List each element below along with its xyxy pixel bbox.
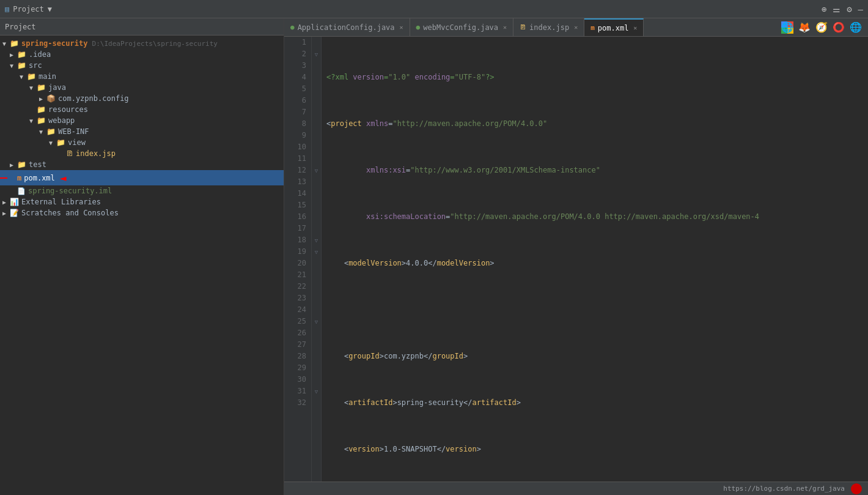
tree-item-webinf[interactable]: ▼ 📁 WEB-INF xyxy=(0,126,284,137)
arrow-webinf: ▼ xyxy=(39,128,46,135)
scratch-icon: 📝 xyxy=(10,209,19,217)
tree-item-resources[interactable]: 📁 resources xyxy=(0,104,284,115)
label-idea: .idea xyxy=(29,50,51,59)
editor-content[interactable]: 1 2 3 4 5 6 7 8 9 10 11 12 13 14 15 16 1… xyxy=(284,37,868,482)
tab-pomxml[interactable]: m pom.xml ✕ xyxy=(584,18,644,36)
arrow-scratches: ▶ xyxy=(2,210,10,217)
code-lines[interactable]: <?xml version="1.0" encoding="UTF-8"?> <… xyxy=(322,37,868,482)
sidebar: Project ▼ 📁 spring-security D:\IdeaProje… xyxy=(0,18,284,495)
tab-close-pomxml[interactable]: ✕ xyxy=(633,24,637,31)
title-dropdown-icon[interactable]: ▼ xyxy=(48,5,52,13)
gutter-29 xyxy=(312,362,321,374)
ln-26: 26 xyxy=(289,327,306,339)
tree-item-webapp[interactable]: ▼ 📁 webapp xyxy=(0,115,284,126)
tree-item-pomxml[interactable]: m pom.xml ◄ xyxy=(0,170,284,185)
ln-19: 19 xyxy=(289,246,306,258)
tab-close-appconfig[interactable]: ✕ xyxy=(400,24,403,31)
gutter-27 xyxy=(312,339,321,351)
tab-close-webmvc[interactable]: ✕ xyxy=(503,24,507,31)
browse-icon[interactable]: ⊕ xyxy=(822,4,826,14)
arrow-config: ▶ xyxy=(39,95,46,102)
ln-8: 8 xyxy=(289,118,306,130)
sidebar-title: Project xyxy=(5,23,36,31)
tree-item-test[interactable]: ▶ 📁 test xyxy=(0,159,284,170)
structure-icon[interactable]: ⚌ xyxy=(833,4,840,14)
firefox-icon[interactable]: 🦊 xyxy=(798,21,811,33)
minimize-icon[interactable]: — xyxy=(858,4,863,14)
arrow-idea: ▶ xyxy=(10,51,17,58)
ln-31: 31 xyxy=(289,385,306,397)
sidebar-tree[interactable]: ▼ 📁 spring-security D:\IdeaProjects\spri… xyxy=(0,35,284,495)
project-icon: ▤ xyxy=(5,5,9,13)
gutter-16 xyxy=(312,211,321,223)
tab-applicationconfig[interactable]: ● ApplicationConfig.java ✕ xyxy=(284,18,410,36)
gutter-26 xyxy=(312,327,321,339)
gutter-12: ▽ xyxy=(312,165,321,176)
gutter-32 xyxy=(312,397,321,409)
tree-item-root[interactable]: ▼ 📁 spring-security D:\IdeaProjects\spri… xyxy=(0,38,284,49)
tree-item-iml[interactable]: 📄 spring-security.iml xyxy=(0,185,284,196)
tree-item-main[interactable]: ▼ 📁 main xyxy=(0,71,284,82)
tree-item-view[interactable]: ▼ 📁 view xyxy=(0,137,284,148)
gutter-18: ▽ xyxy=(312,234,321,246)
label-extlibs: External Libraries xyxy=(21,198,101,206)
title-project-label: Project xyxy=(13,5,44,13)
ln-27: 27 xyxy=(289,339,306,351)
folder-icon-view: 📁 xyxy=(56,138,65,147)
tree-item-idea[interactable]: ▶ 📁 .idea xyxy=(0,49,284,60)
safari-icon[interactable]: 🧭 xyxy=(815,21,828,33)
tree-item-indexjsp[interactable]: 🖹 index.jsp xyxy=(0,148,284,159)
settings-icon[interactable]: ⚙ xyxy=(847,4,851,14)
tree-item-extlibs[interactable]: ▶ 📊 External Libraries xyxy=(0,196,284,207)
ln-14: 14 xyxy=(289,188,306,199)
tree-item-config[interactable]: ▶ 📦 com.yzpnb.config xyxy=(0,93,284,104)
editor-area: ● ApplicationConfig.java ✕ ● webMvcConfi… xyxy=(284,18,868,495)
opera-icon[interactable]: ⭕ xyxy=(833,21,845,33)
gutter-11 xyxy=(312,153,321,165)
ln-16: 16 xyxy=(289,211,306,223)
tab-label-webmvc: webMvcConfig.java xyxy=(423,23,498,32)
code-line-7: <groupId>com.yzpnb</groupId> xyxy=(326,351,868,362)
gutter-30 xyxy=(312,374,321,385)
ln-9: 9 xyxy=(289,130,306,141)
ln-13: 13 xyxy=(289,176,306,188)
tree-item-scratches[interactable]: ▶ 📝 Scratches and Consoles xyxy=(0,207,284,218)
arrow-java: ▼ xyxy=(29,84,37,91)
gutter-5 xyxy=(312,83,321,95)
gutter-24 xyxy=(312,304,321,316)
gutter-25: ▽ xyxy=(312,316,321,327)
ln-28: 28 xyxy=(289,351,306,362)
tabs-bar: ● ApplicationConfig.java ✕ ● webMvcConfi… xyxy=(284,18,868,37)
code-line-1: <?xml version="1.0" encoding="UTF-8"?> xyxy=(326,72,868,83)
tab-webmvcconfig[interactable]: ● webMvcConfig.java ✕ xyxy=(410,18,513,36)
m-icon-pom: m xyxy=(17,174,21,182)
code-line-9: <version>1.0-SNAPSHOT</version> xyxy=(326,444,868,455)
status-url: https://blog.csdn.net/grd_java xyxy=(723,485,845,493)
gutter-2: ▽ xyxy=(312,48,321,60)
label-main: main xyxy=(39,72,56,81)
gutter-10 xyxy=(312,141,321,153)
gutter-4 xyxy=(312,72,321,83)
tab-icon-indexjsp: 🖹 xyxy=(520,23,526,31)
chrome-icon[interactable]: 🌐 xyxy=(781,21,793,34)
jsp-icon-index: 🖹 xyxy=(66,149,73,158)
ln-17: 17 xyxy=(289,223,306,234)
edge-icon[interactable]: 🌐 xyxy=(850,21,862,33)
ln-18: 18 xyxy=(289,234,306,246)
iml-icon: 📄 xyxy=(17,187,26,195)
folder-icon-main: 📁 xyxy=(27,72,36,81)
arrow-view: ▼ xyxy=(49,140,56,146)
tab-indexjsp[interactable]: 🖹 index.jsp ✕ xyxy=(513,18,584,36)
label-resources: resources xyxy=(48,105,88,114)
status-bar: https://blog.csdn.net/grd_java xyxy=(284,482,868,495)
tree-item-java[interactable]: ▼ 📁 java xyxy=(0,82,284,93)
title-bar: ▤ Project ▼ ⊕ ⚌ ⚙ — xyxy=(0,0,868,18)
tree-item-src[interactable]: ▼ 📁 src xyxy=(0,60,284,71)
arrow-test: ▶ xyxy=(10,162,17,168)
gutter-9 xyxy=(312,130,321,141)
tab-close-indexjsp[interactable]: ✕ xyxy=(574,24,578,31)
gutter-8 xyxy=(312,118,321,130)
ln-20: 20 xyxy=(289,258,306,269)
main-layout: Project ▼ 📁 spring-security D:\IdeaProje… xyxy=(0,18,868,495)
tab-icon-appconfig: ● xyxy=(290,23,295,31)
